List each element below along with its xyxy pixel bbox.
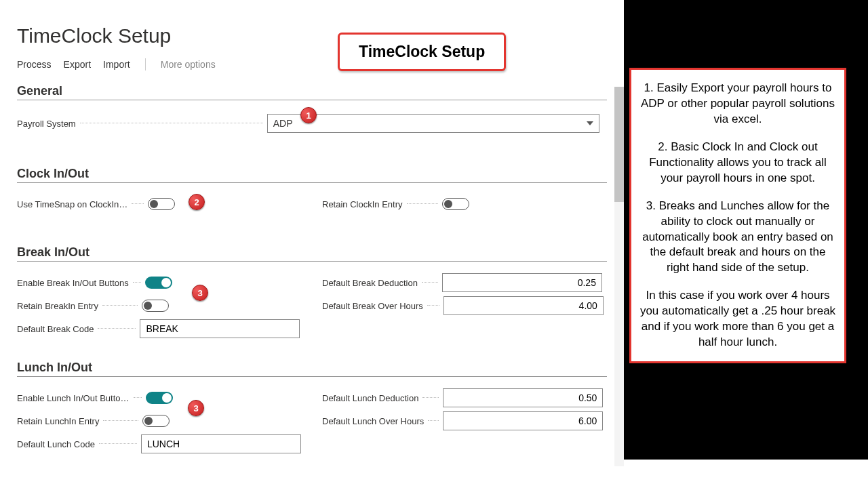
dots [422, 397, 439, 398]
export-action[interactable]: Export [64, 59, 91, 70]
dots [132, 203, 144, 204]
callout-badge-3b: 3 [188, 400, 204, 416]
info-paragraph-1: 1. Easily Export your payroll hours to A… [639, 81, 836, 127]
import-action[interactable]: Import [103, 59, 130, 70]
enable-break-label: Enable Break In/Out Buttons [17, 278, 129, 288]
retain-breakin-toggle[interactable] [142, 300, 169, 312]
overlay-title-callout: TimeClock Setup [338, 33, 506, 71]
default-break-code-label: Default Break Code [17, 324, 94, 334]
enable-break-toggle[interactable] [145, 277, 172, 289]
break-deduction-input[interactable] [442, 273, 602, 292]
more-options-action[interactable]: More options [161, 59, 216, 70]
retain-clockin-toggle[interactable] [442, 198, 469, 210]
callout-badge-2: 2 [189, 194, 205, 210]
dots [133, 282, 141, 283]
lunch-over-label: Default Lunch Over Hours [322, 416, 424, 426]
process-action[interactable]: Process [17, 59, 52, 70]
dots [103, 420, 138, 421]
info-side-panel: 1. Easily Export your payroll hours to A… [624, 0, 868, 460]
page-title: TimeClock Setup [0, 0, 624, 53]
scrollbar-thumb[interactable] [614, 87, 624, 202]
info-paragraph-4: In this case if you work over 4 hours yo… [639, 288, 836, 350]
section-rule [17, 100, 607, 100]
info-box: 1. Easily Export your payroll hours to A… [629, 68, 846, 363]
payroll-system-value: ADP [273, 118, 293, 129]
dots [427, 305, 439, 306]
break-deduction-label: Default Break Deduction [322, 278, 418, 288]
dots [102, 305, 138, 306]
retain-clockin-label: Retain ClockIn Entry [322, 199, 403, 209]
section-rule [17, 182, 607, 183]
use-timesnap-toggle[interactable] [148, 198, 175, 210]
default-lunch-code-input[interactable] [141, 434, 301, 453]
dots [99, 443, 137, 444]
enable-lunch-toggle[interactable] [146, 392, 173, 404]
lunch-deduction-label: Default Lunch Deduction [322, 393, 418, 403]
section-lunch-title: Lunch In/Out [17, 361, 616, 375]
main-setup-pane: TimeClock Setup Process Export Import Mo… [0, 0, 624, 488]
retain-lunchin-label: Retain LunchIn Entry [17, 416, 99, 426]
dots [428, 420, 439, 421]
section-rule [17, 376, 607, 377]
dots [80, 123, 263, 123]
section-general-title: General [17, 84, 616, 98]
chevron-down-icon [587, 121, 593, 125]
payroll-system-select[interactable]: ADP [267, 114, 599, 133]
dots [98, 328, 136, 329]
section-break-title: Break In/Out [17, 245, 616, 260]
use-timesnap-label: Use TimeSnap on ClockIn… [17, 199, 127, 209]
lunch-over-input[interactable] [443, 411, 603, 430]
action-bar: Process Export Import More options [0, 53, 624, 76]
payroll-system-label: Payroll System [17, 119, 76, 129]
section-rule [17, 261, 607, 262]
section-clock-title: Clock In/Out [17, 167, 616, 181]
retain-lunchin-toggle[interactable] [142, 415, 170, 427]
info-paragraph-3: 3. Breaks and Lunches allow for the abil… [639, 199, 836, 277]
toolbar-separator [145, 58, 146, 70]
callout-badge-1: 1 [300, 107, 317, 123]
enable-lunch-label: Enable Lunch In/Out Butto… [17, 393, 130, 403]
dots [422, 282, 438, 283]
break-over-label: Default Break Over Hours [322, 301, 423, 311]
form-content: General Payroll System ADP 1 Clock In/Ou… [17, 80, 616, 488]
dots [134, 397, 142, 398]
default-lunch-code-label: Default Lunch Code [17, 439, 95, 449]
retain-breakin-label: Retain BreakIn Entry [17, 301, 98, 311]
default-break-code-input[interactable] [140, 319, 300, 338]
break-over-input[interactable] [443, 296, 604, 315]
dots [407, 203, 438, 204]
info-paragraph-2: 2. Basic Clock In and Clock out Function… [639, 140, 836, 186]
lunch-deduction-input[interactable] [443, 388, 603, 407]
callout-badge-3a: 3 [192, 285, 208, 301]
